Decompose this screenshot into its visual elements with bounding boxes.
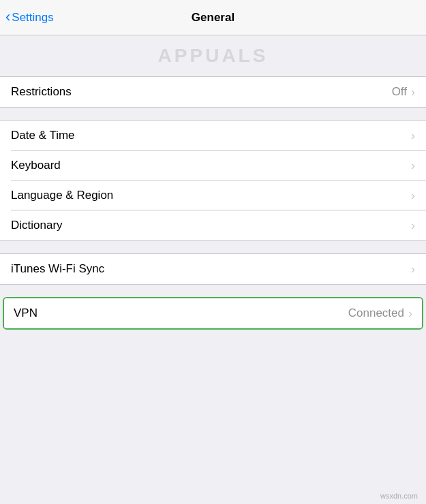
section-gap-2: [0, 241, 426, 253]
keyboard-row[interactable]: Keyboard ›: [0, 151, 426, 180]
language-region-chevron-icon: ›: [411, 189, 415, 202]
itunes-group: iTunes Wi-Fi Sync ›: [0, 253, 426, 285]
restrictions-chevron-icon: ›: [411, 86, 415, 98]
page-title: General: [192, 11, 234, 25]
language-region-label: Language & Region: [11, 180, 411, 210]
vpn-wrapper: VPN Connected ›: [3, 297, 423, 330]
date-time-row[interactable]: Date & Time ›: [0, 121, 426, 151]
back-chevron-icon: ‹: [5, 10, 10, 25]
date-time-chevron-icon: ›: [411, 129, 415, 142]
dictionary-chevron-icon: ›: [411, 219, 415, 232]
language-region-row[interactable]: Language & Region ›: [0, 180, 426, 210]
datetime-group: Date & Time › Keyboard › Language & Regi…: [0, 120, 426, 241]
dictionary-label: Dictionary: [11, 210, 411, 240]
section-gap-1: [0, 108, 426, 120]
back-button[interactable]: ‹ Settings: [5, 10, 54, 25]
restrictions-value: Off: [392, 85, 407, 99]
restrictions-group: Restrictions Off ›: [0, 76, 426, 108]
back-label: Settings: [12, 11, 53, 25]
watermark-area: APPUALS: [0, 35, 426, 76]
vpn-row[interactable]: VPN Connected ›: [4, 298, 422, 328]
bottom-watermark-text: wsxdn.com: [380, 492, 418, 500]
watermark-text: APPUALS: [158, 45, 269, 67]
keyboard-label: Keyboard: [11, 151, 411, 180]
restrictions-label: Restrictions: [11, 77, 392, 107]
keyboard-chevron-icon: ›: [411, 159, 415, 172]
itunes-wifi-sync-label: iTunes Wi-Fi Sync: [11, 254, 411, 284]
vpn-chevron-icon: ›: [408, 307, 412, 319]
vpn-value: Connected: [348, 306, 404, 320]
itunes-wifi-sync-chevron-icon: ›: [411, 263, 415, 275]
date-time-label: Date & Time: [11, 121, 411, 151]
itunes-wifi-sync-row[interactable]: iTunes Wi-Fi Sync ›: [0, 254, 426, 284]
restrictions-row[interactable]: Restrictions Off ›: [0, 77, 426, 107]
dictionary-row[interactable]: Dictionary ›: [0, 210, 426, 240]
nav-bar: ‹ Settings General: [0, 0, 426, 35]
bottom-watermark: wsxdn.com: [380, 492, 418, 500]
vpn-label: VPN: [14, 298, 348, 328]
